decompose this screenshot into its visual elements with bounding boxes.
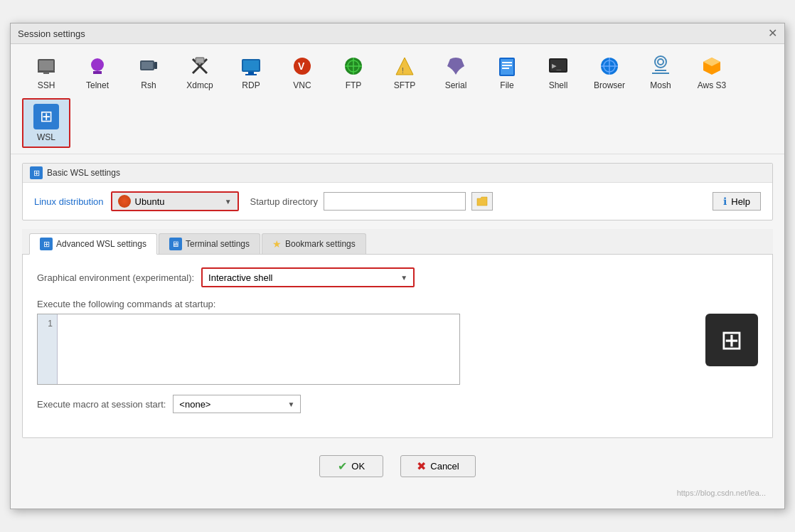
file-icon	[496, 55, 518, 78]
protocol-ftp[interactable]: FTP	[329, 50, 378, 95]
protocol-rdp[interactable]: RDP	[227, 50, 275, 95]
graphical-env-select[interactable]: Interactive shell ▼	[201, 267, 415, 287]
protocol-xdmcp[interactable]: Xdmcp	[176, 50, 224, 95]
protocol-telnet[interactable]: Telnet	[73, 50, 122, 95]
help-info-icon: ℹ	[723, 196, 727, 207]
cancel-label: Cancel	[430, 461, 459, 472]
svg-text:V: V	[298, 60, 305, 72]
macro-select[interactable]: <none> ▼	[173, 395, 301, 413]
tab-bookmark-icon: ★	[272, 238, 282, 250]
advanced-body: Graphical environment (experimental): In…	[23, 255, 772, 437]
wsl-logo-watermark: ⊞	[705, 314, 758, 366]
wsl-logo-icon: ⊞	[720, 324, 743, 356]
wsl-watermark-container: ⊞	[705, 314, 758, 366]
protocol-sftp-label: SFTP	[394, 80, 416, 90]
line-numbers: 1	[38, 314, 58, 384]
protocol-browser[interactable]: Browser	[585, 50, 634, 95]
tabs-header: ⊞ Advanced WSL settings 🖥 Terminal setti…	[22, 229, 773, 255]
protocol-rdp-label: RDP	[242, 80, 260, 90]
protocol-serial[interactable]: Serial	[432, 50, 480, 95]
title-bar: Session settings ✕	[11, 23, 784, 44]
svg-rect-25	[501, 59, 513, 75]
protocol-mosh-label: Mosh	[650, 80, 671, 90]
protocol-ftp-label: FTP	[346, 80, 362, 90]
browser-icon	[598, 55, 621, 78]
svg-point-37	[658, 59, 663, 65]
startup-dir-label: Startup directory	[250, 196, 318, 207]
serial-icon	[444, 55, 467, 78]
cancel-button[interactable]: ✖ Cancel	[400, 455, 475, 477]
sftp-icon: !	[393, 55, 416, 78]
svg-rect-14	[248, 72, 254, 74]
ftp-icon	[342, 55, 365, 78]
svg-text:!: !	[402, 67, 404, 75]
basic-wsl-title: Basic WSL settings	[47, 168, 120, 178]
startup-dir-input[interactable]	[324, 192, 466, 211]
footer: ✔ OK ✖ Cancel	[22, 447, 773, 489]
graphical-env-row: Graphical environment (experimental): In…	[37, 267, 758, 287]
advanced-tabs-container: ⊞ Advanced WSL settings 🖥 Terminal setti…	[22, 229, 773, 438]
protocol-serial-label: Serial	[445, 80, 467, 90]
svg-rect-3	[43, 72, 49, 74]
basic-wsl-section: ⊞ Basic WSL settings Linux distribution …	[22, 163, 773, 220]
protocol-sftp[interactable]: ! SFTP	[380, 50, 429, 95]
protocol-ssh[interactable]: SSH	[22, 50, 70, 95]
protocol-vnc[interactable]: V VNC	[278, 50, 326, 95]
linux-distribution-label: Linux distribution	[34, 196, 104, 207]
linux-distribution-row: Linux distribution Ubuntu ▼	[34, 191, 239, 211]
svg-rect-28	[502, 68, 509, 69]
advanced-section: Graphical environment (experimental): In…	[22, 255, 773, 438]
dialog-title: Session settings	[18, 28, 85, 39]
basic-wsl-header-icon: ⊞	[30, 166, 43, 179]
svg-point-4	[91, 58, 104, 71]
close-button[interactable]: ✕	[768, 28, 777, 39]
svg-rect-8	[154, 62, 157, 69]
protocol-awss3-label: Aws S3	[698, 80, 726, 90]
protocol-awss3[interactable]: Aws S3	[688, 50, 736, 95]
svg-rect-7	[142, 62, 153, 69]
startup-commands-container: Execute the following commands at startu…	[37, 299, 758, 385]
protocol-ssh-label: SSH	[38, 80, 55, 90]
protocol-xdmcp-label: Xdmcp	[186, 80, 213, 90]
cancel-icon: ✖	[417, 459, 426, 473]
basic-wsl-header: ⊞ Basic WSL settings	[23, 164, 772, 183]
protocol-rsh[interactable]: Rsh	[124, 50, 173, 95]
xdmcp-icon	[188, 55, 211, 78]
tab-advanced-wsl-icon: ⊞	[40, 238, 53, 250]
folder-button[interactable]	[471, 192, 493, 211]
awss3-icon	[700, 55, 723, 78]
shell-icon: ▶_	[547, 55, 570, 78]
protocol-browser-label: Browser	[594, 80, 625, 90]
ssh-icon	[35, 55, 58, 78]
protocol-shell[interactable]: ▶_ Shell	[534, 50, 582, 95]
protocol-vnc-label: VNC	[293, 80, 311, 90]
watermark: https://blog.csdn.net/lea...	[22, 489, 773, 500]
code-editor[interactable]: 1	[37, 314, 460, 385]
svg-rect-5	[93, 71, 102, 74]
svg-rect-11	[196, 58, 204, 63]
protocol-mosh[interactable]: Mosh	[636, 50, 685, 95]
startup-commands-label: Execute the following commands at startu…	[37, 299, 758, 309]
graphical-env-label: Graphical environment (experimental):	[37, 272, 194, 283]
tab-bookmark[interactable]: ★ Bookmark settings	[262, 233, 366, 254]
help-button[interactable]: ℹ Help	[713, 192, 761, 211]
protocol-rsh-label: Rsh	[141, 80, 156, 90]
protocol-bar: SSH Telnet Rsh Xdmcp RDP	[11, 44, 784, 154]
svg-marker-22	[396, 58, 413, 75]
protocol-wsl[interactable]: ⊞ WSL	[22, 98, 70, 148]
svg-rect-26	[502, 62, 512, 63]
ok-button[interactable]: ✔ OK	[319, 455, 383, 477]
macro-value: <none>	[179, 399, 210, 410]
tab-advanced-wsl-label: Advanced WSL settings	[56, 239, 146, 249]
ubuntu-icon	[118, 195, 131, 208]
basic-wsl-body: Linux distribution Ubuntu ▼ Startup dire…	[23, 183, 772, 220]
tab-advanced-wsl[interactable]: ⊞ Advanced WSL settings	[29, 233, 157, 255]
tab-terminal[interactable]: 🖥 Terminal settings	[159, 233, 260, 254]
linux-distribution-select[interactable]: Ubuntu ▼	[111, 191, 239, 211]
protocol-file[interactable]: File	[483, 50, 531, 95]
mosh-icon	[649, 55, 672, 78]
svg-rect-13	[243, 60, 259, 70]
code-area[interactable]	[58, 314, 459, 384]
macro-label: Execute macro at session start:	[37, 399, 166, 410]
content-area: ⊞ Basic WSL settings Linux distribution …	[11, 154, 784, 509]
